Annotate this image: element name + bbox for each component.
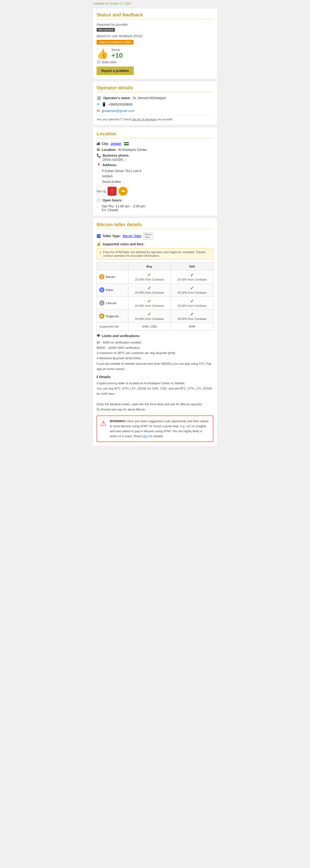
- services-link[interactable]: the list of services: [132, 118, 156, 121]
- installed-date: Installed on October 17, 2018: [91, 0, 219, 6]
- google-maps-icon[interactable]: Goog: [97, 187, 106, 196]
- user-feedback-label: Based on user feedback (FAQ):: [97, 34, 213, 38]
- status-feedback-card: Status and feedback Reported by provider…: [93, 8, 217, 79]
- details-header: ℹ Details:: [97, 375, 213, 379]
- limit-item: $0 - 5000 no verification needed.: [97, 340, 213, 345]
- operator-email-link[interactable]: ghalamini@gmail.com: [101, 109, 134, 113]
- clock-icon: 🕐: [97, 198, 101, 203]
- faq-link[interactable]: FAQ: [142, 434, 148, 438]
- sell-cell: ✔ 20.00% from Coinbase: [171, 270, 213, 283]
- location-building-icon: 🏛: [97, 148, 100, 152]
- table-row: Ð Dogecoin ✔ 20.00% from Coinbase ✔ 20.0…: [97, 310, 213, 323]
- score-row: 👍 Score +10: [97, 48, 213, 59]
- teller-type-label: Teller Type:: [102, 234, 121, 238]
- details-icon: ℹ: [97, 375, 98, 379]
- operator-details-title: Operator details: [97, 85, 213, 92]
- buy-fee: 20.00% from Coinbase: [131, 291, 168, 294]
- city-row: 🏙 City: Jeddah: [97, 142, 213, 146]
- coin-label: Litecoin: [106, 301, 117, 305]
- open-hours-row: 🕐 Open hours:: [97, 198, 213, 203]
- maps-pin-icon[interactable]: 📍: [107, 187, 117, 196]
- hours-block: 🕐 Open hours: Sat-Thu: 11:00 am – 2:00 p…: [97, 198, 213, 212]
- phone-icon: 📞: [97, 154, 101, 158]
- operator-details-card: Operator details 🏢 Operator's name: Dr. …: [93, 81, 217, 125]
- thumbs-up-icon: 👍: [97, 48, 108, 59]
- doge-icon: Ð: [99, 313, 104, 319]
- eth-icon: Ξ: [99, 287, 104, 292]
- location-card: Location 🏙 City: Jeddah 🏛 Location: Al-G…: [93, 127, 217, 216]
- sell-cell: ✔ 20.00% from Coinbase: [171, 310, 213, 323]
- bitcoin-teller-card: Bitcoin teller details 🏧 Teller Type: Bi…: [93, 218, 217, 446]
- open-hours-label: Open hours:: [102, 198, 122, 202]
- sell-fee: 20.00% from Coinbase: [173, 291, 211, 294]
- city-link[interactable]: Jeddah: [111, 142, 121, 146]
- sell-fee: 20.00% from Coinbase: [173, 278, 211, 281]
- sell-check-icon: ✔: [190, 286, 194, 290]
- show-number-link[interactable]: Show number →: [102, 157, 127, 161]
- coins-icon: 💰: [97, 242, 101, 246]
- detail-item: Cryptocurrency teller is located at Al-G…: [97, 381, 213, 386]
- fee-warning-text: Fees for ATM/Teller are defined by opera…: [103, 250, 210, 257]
- detail-item: Enter the Medical center, walk into the …: [97, 402, 213, 412]
- coin-label: Bitcoin: [106, 275, 115, 279]
- map-icons-row: Goog 📍 ➡: [97, 187, 213, 196]
- coin-name-cell: ₿ Bitcoin: [99, 274, 126, 279]
- table-row: Ł Litecoin ✔ 20.00% from Coinbase ✔ 20.0…: [97, 297, 213, 310]
- heard-badge: Have not heard in a while: [97, 40, 133, 44]
- details-text: Cryptocurrency teller is located at Al-G…: [97, 381, 213, 412]
- supported-coins-label: Supported coins and fees:: [102, 242, 145, 246]
- operator-note: Are you operator? Check the list of serv…: [97, 118, 213, 121]
- teller-type-row: 🏧 Teller Type: Bitcoin Teller BitcoinTel…: [97, 232, 213, 240]
- limit-item: A maximum of 1BTC per customer per day B…: [97, 350, 213, 356]
- limit-item: If you are outside of Jeddah (amount les…: [97, 361, 213, 372]
- not-reported-badge: Not reported: [97, 28, 115, 32]
- show-votes-row: 💬 Show votes: [97, 60, 213, 64]
- city-label: City:: [101, 142, 109, 146]
- sell-check-icon: ✔: [190, 312, 194, 317]
- operator-name-row: 🏢 Operator's name: Dr. Ahmed AlGhalayini: [97, 96, 213, 100]
- buy-cell: ✔ 20.00% from Coinbase: [128, 297, 171, 310]
- coin-name-cell: Ł Litecoin: [99, 300, 126, 306]
- coin-label: Ether: [106, 288, 113, 292]
- fiat-sell: SAR: [171, 323, 213, 331]
- show-votes-link[interactable]: Show votes: [101, 60, 116, 64]
- reported-label: Reported by provider:: [97, 23, 213, 27]
- fiat-row: Supported fiat: SAR, USD SAR: [97, 323, 213, 331]
- info-icon: ℹ: [100, 250, 101, 255]
- sell-cell: ✔ 20.00% from Coinbase: [171, 283, 213, 297]
- saudi-flag-icon: [124, 142, 129, 146]
- score-block: Score +10: [111, 48, 123, 59]
- sell-fee: 20.00% from Coinbase: [173, 304, 211, 308]
- operator-name-label: Operator's name:: [103, 96, 131, 100]
- buy-cell: ✔ 20.00% from Coinbase: [128, 270, 171, 283]
- teller-type-link[interactable]: Bitcoin Teller: [123, 234, 142, 238]
- col-coin: [97, 263, 128, 270]
- operator-icon: 🏢: [97, 96, 101, 100]
- teller-badge: BitcoinTeller: [144, 232, 153, 240]
- directions-icon[interactable]: ➡: [119, 187, 128, 196]
- address-label: Address:: [102, 163, 117, 167]
- warning-box: ⚠ WARNING! Have you been suggested a job…: [97, 415, 213, 442]
- fiat-label: Supported fiat:: [97, 323, 128, 331]
- buy-cell: ✔ 20.00% from Coinbase: [128, 283, 171, 297]
- fiat-buy: SAR, USD: [128, 323, 171, 331]
- score-value: +10: [111, 52, 123, 59]
- table-row: Ξ Ether ✔ 20.00% from Coinbase ✔ 20.00% …: [97, 283, 213, 297]
- warning-text: WARNING! Have you been suggested a job o…: [110, 419, 210, 439]
- report-problem-button[interactable]: Report a problem: [97, 66, 134, 75]
- limit-item: A Minimum Buy/Sell (limit) 500sr.: [97, 356, 213, 361]
- buy-fee: 20.00% from Coinbase: [131, 304, 168, 308]
- teller-type-icon: 🏧: [97, 234, 101, 238]
- location-value: Al-Ghalayini Center: [118, 148, 147, 152]
- fee-warning-box: ℹ Fees for ATM/Teller are defined by ope…: [97, 248, 213, 259]
- operator-name-value: Dr. Ahmed AlGhalayini: [132, 96, 166, 100]
- sell-check-icon: ✔: [190, 299, 194, 304]
- detail-item: You can buy BTC, ETH, LTC, DOGE for SAR,…: [97, 386, 213, 397]
- buy-check-icon: ✔: [148, 299, 151, 304]
- limits-header-text: Limits and verifications:: [102, 334, 140, 338]
- address-icon: 📍: [97, 163, 101, 167]
- buy-fee: 20.00% from Coinbase: [131, 317, 168, 321]
- email-icon: ✉: [97, 108, 100, 113]
- hours-line2: Fri: Closed: [102, 208, 213, 212]
- limits-section: 👁 Limits and verifications: $0 - 5000 no…: [97, 334, 213, 372]
